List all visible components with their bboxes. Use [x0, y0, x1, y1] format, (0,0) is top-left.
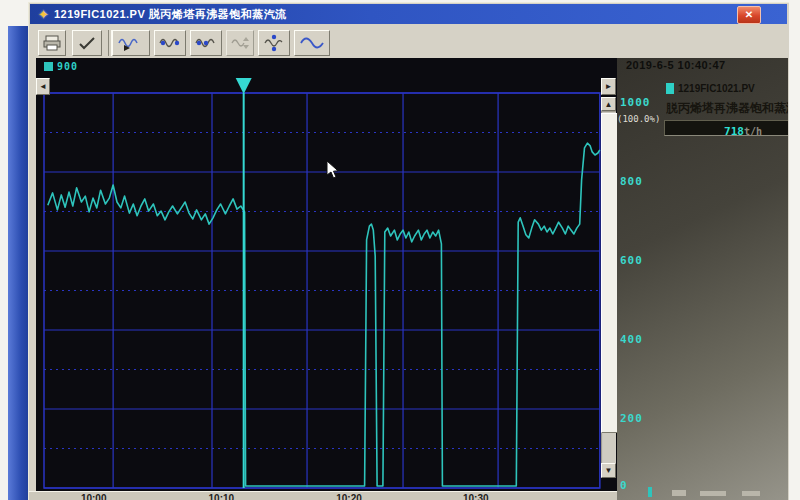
x-tick-label: 10:20 [336, 493, 362, 500]
y-tick-label: 800 [620, 175, 643, 188]
pan-right-button[interactable]: ► [601, 78, 616, 95]
photo-artifact-teal [648, 487, 652, 497]
pan-left-button[interactable]: ◄ [36, 78, 50, 95]
scale-points-button[interactable] [258, 30, 290, 56]
photo-artifact [672, 490, 686, 496]
y-tick-label: 200 [620, 412, 643, 425]
x-tick-label: 10:00 [81, 493, 107, 500]
trend-run-button[interactable] [112, 30, 150, 56]
pen-legend: 900 [44, 60, 78, 72]
print-report-button[interactable] [38, 30, 66, 56]
scroll-down-button[interactable]: ▼ [601, 463, 616, 478]
close-button[interactable]: ✕ [737, 6, 761, 24]
pen-color-chip [44, 62, 53, 71]
marker-step-back-button[interactable] [154, 30, 186, 56]
time-cursor-marker [236, 78, 252, 94]
y-tick-label: 600 [620, 254, 643, 267]
x-axis-strip [29, 491, 617, 500]
x-tick-label: 10:10 [209, 493, 235, 500]
tag-name: 1219FIC1021.PV [678, 83, 755, 94]
scale-points-icon [264, 34, 284, 52]
y-tick-label: 0 [620, 479, 628, 492]
photo-artifact [742, 491, 760, 496]
confirm-check-icon [78, 36, 96, 50]
pen-legend-label: 900 [57, 61, 78, 72]
tag-row[interactable]: 1219FIC1021.PV [666, 83, 788, 94]
smooth-wave-button[interactable] [294, 30, 330, 56]
scale-up-down-button[interactable] [226, 30, 254, 56]
x-tick-label: 10:30 [463, 493, 489, 500]
smooth-wave-icon [300, 36, 324, 50]
datetime-label: 2019-6-5 10:40:47 [626, 59, 726, 71]
scroll-up-button[interactable]: ▲ [601, 97, 616, 111]
marker-step-back-icon [159, 35, 181, 51]
y-tick-label: 1000 [620, 96, 651, 109]
photo-artifact [700, 491, 726, 496]
app-diamond-icon: ✦ [38, 7, 49, 22]
tag-description: 脱丙烯塔再沸器饱和蒸汽流 [666, 100, 788, 114]
value-unit: t/h [744, 126, 762, 137]
trend-plot[interactable] [36, 58, 617, 491]
trend-run-icon [118, 35, 144, 51]
value-readout: 718 [724, 125, 744, 138]
range-percent-label: (100.0%) [617, 114, 660, 124]
trend-line [48, 143, 600, 486]
toolbar [30, 24, 787, 61]
mouse-cursor [326, 160, 340, 180]
confirm-button[interactable] [72, 30, 102, 56]
vertical-scrollbar-thumb[interactable] [601, 113, 618, 433]
background-window-edge [8, 26, 30, 500]
print-report-icon [43, 35, 61, 51]
tag-color-chip [666, 83, 674, 94]
marker-step-forward-button[interactable] [190, 30, 222, 56]
y-tick-label: 400 [620, 333, 643, 346]
marker-step-forward-icon [195, 35, 217, 51]
window-title: 1219FIC1021.PV 脱丙烯塔再沸器饱和蒸汽流 [54, 7, 287, 22]
scale-up-down-icon [231, 35, 249, 51]
titlebar[interactable]: ✦ 1219FIC1021.PV 脱丙烯塔再沸器饱和蒸汽流 ✕ [30, 4, 787, 24]
value-readout-box: 718t/h [664, 120, 788, 136]
